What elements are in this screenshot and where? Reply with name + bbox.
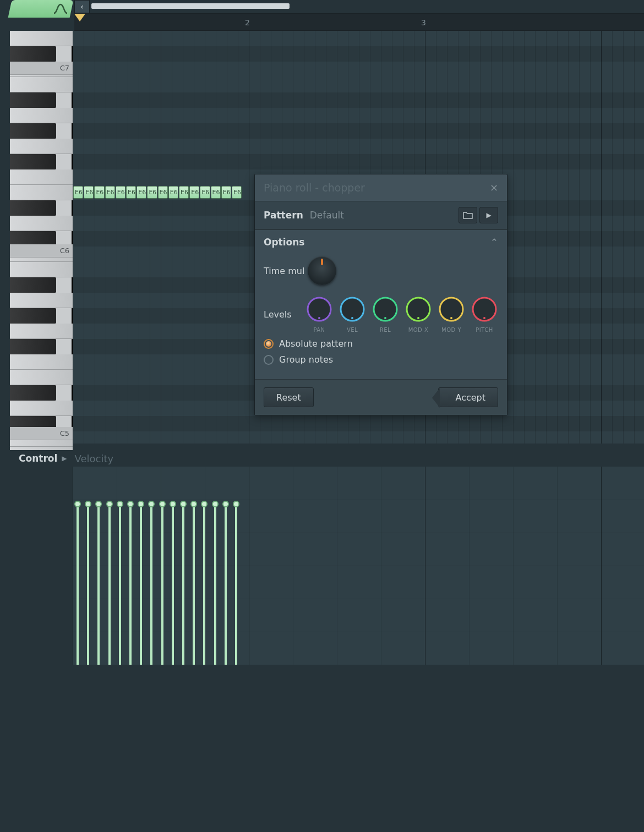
black-key[interactable] [10,46,56,62]
velocity-handle[interactable] [127,501,134,507]
absolute-pattern-radio[interactable] [264,339,274,349]
velocity-handle[interactable] [74,501,81,507]
velocity-handle[interactable] [106,501,113,507]
white-key[interactable] [10,139,73,154]
note[interactable]: E6 [189,186,199,199]
velocity-bar[interactable] [182,504,184,665]
instrument-tab[interactable] [8,0,74,18]
octave-label: C5 [10,427,73,440]
velocity-lane[interactable] [73,467,644,665]
black-key[interactable] [10,308,56,324]
velocity-bar[interactable] [193,504,195,665]
velocity-bar[interactable] [172,504,174,665]
black-key[interactable] [10,123,56,139]
white-key[interactable] [10,216,73,231]
pattern-value[interactable]: Default [310,210,344,221]
time-mul-knob[interactable] [308,256,336,285]
white-key[interactable] [10,262,73,277]
level-knob-mod y[interactable] [438,296,465,322]
note[interactable]: E6 [137,186,146,199]
velocity-handle[interactable] [201,501,208,507]
velocity-bar[interactable] [161,504,163,665]
note[interactable]: E6 [200,186,210,199]
next-preset-icon[interactable]: ▶ [479,207,498,223]
reset-button[interactable]: Reset [264,387,314,407]
note[interactable]: E6 [232,186,242,199]
velocity-bar[interactable] [235,504,237,665]
velocity-handle[interactable] [233,501,239,507]
level-knob-pitch[interactable] [471,296,498,322]
velocity-bar[interactable] [87,504,89,665]
velocity-handle[interactable] [159,501,166,507]
velocity-handle[interactable] [180,501,187,507]
levels-label: Levels [264,309,305,320]
white-key[interactable] [10,401,73,416]
note[interactable]: E6 [126,186,136,199]
level-knob-vel[interactable] [339,296,365,322]
playhead-marker[interactable] [74,14,85,21]
velocity-bar[interactable] [150,504,152,665]
note[interactable]: E6 [179,186,189,199]
note[interactable]: E6 [221,186,231,199]
accept-button[interactable]: Accept [438,387,498,407]
timeline-zoom-scrollbar[interactable] [91,3,290,9]
black-key[interactable] [10,385,56,401]
note[interactable]: E6 [105,186,115,199]
velocity-bar[interactable] [225,504,227,665]
velocity-bar[interactable] [203,504,205,665]
white-key[interactable] [10,108,73,123]
velocity-bar[interactable] [77,504,79,665]
folder-icon [463,211,473,219]
velocity-handle[interactable] [117,501,123,507]
piano-keyboard[interactable]: C7C6C5 [10,31,73,444]
level-knob-rel[interactable] [372,296,399,322]
timeline-ruler[interactable]: 2 3 [74,13,644,31]
velocity-handle[interactable] [148,501,155,507]
level-knob-mod x[interactable] [405,296,432,322]
black-key[interactable] [10,154,56,169]
white-key[interactable] [10,293,73,308]
group-notes-radio[interactable] [264,355,274,365]
timeline-scroll-left[interactable]: ‹ [74,0,90,13]
control-lane-header: Control ▶ Velocity [0,450,644,467]
black-key[interactable] [10,339,56,354]
note[interactable]: E6 [158,186,168,199]
close-icon[interactable]: ✕ [490,182,498,194]
svg-point-17 [483,317,485,319]
white-key[interactable] [10,354,73,370]
velocity-handle[interactable] [138,501,144,507]
velocity-bar[interactable] [140,504,142,665]
velocity-bar[interactable] [97,504,100,665]
control-menu-arrow-icon[interactable]: ▶ [62,455,67,462]
velocity-bar[interactable] [129,504,132,665]
note[interactable]: E6 [73,186,83,199]
note[interactable]: E6 [168,186,178,199]
white-key[interactable] [10,77,73,92]
velocity-handle[interactable] [222,501,229,507]
velocity-bar[interactable] [119,504,121,665]
velocity-handle[interactable] [170,501,176,507]
velocity-bar[interactable] [108,504,111,665]
note[interactable]: E6 [94,186,104,199]
white-key[interactable] [10,31,73,46]
velocity-bar[interactable] [214,504,216,665]
white-key[interactable] [10,370,73,385]
black-key[interactable] [10,277,56,293]
black-key[interactable] [10,200,56,216]
white-key[interactable] [10,324,73,339]
velocity-handle[interactable] [85,501,91,507]
open-preset-icon[interactable] [459,207,477,223]
level-knob-pan[interactable] [306,296,332,322]
white-key[interactable] [10,185,73,200]
black-key[interactable] [10,92,56,108]
note[interactable]: E6 [116,186,125,199]
velocity-handle[interactable] [95,501,102,507]
options-header[interactable]: Options ⌃ [255,230,507,254]
note[interactable]: E6 [84,186,94,199]
velocity-handle[interactable] [212,501,219,507]
note[interactable]: E6 [211,186,221,199]
control-mode[interactable]: Velocity [75,453,114,464]
white-key[interactable] [10,169,73,185]
velocity-handle[interactable] [190,501,197,507]
note[interactable]: E6 [147,186,157,199]
